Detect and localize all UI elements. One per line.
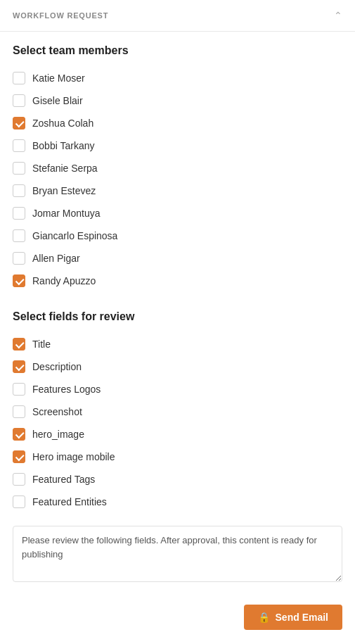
checkbox-giancarlo-espinosa[interactable]: [13, 229, 25, 242]
checkbox-hero-image[interactable]: [13, 428, 25, 441]
field-label: Features Logos: [32, 384, 101, 395]
list-item[interactable]: Jomar Montuya: [13, 202, 342, 225]
list-item[interactable]: Zoshua Colah: [13, 112, 342, 134]
list-item[interactable]: Bryan Estevez: [13, 179, 342, 202]
field-label: Hero image mobile: [32, 451, 115, 462]
field-label: Title: [32, 339, 51, 350]
checkbox-stefanie-serpa[interactable]: [13, 162, 25, 175]
list-item[interactable]: Giancarlo Espinosa: [13, 225, 342, 247]
list-item[interactable]: Features Logos: [13, 378, 342, 400]
checkbox-title[interactable]: [13, 338, 25, 351]
list-item[interactable]: Description: [13, 355, 342, 378]
list-item[interactable]: Randy Apuzzo: [13, 270, 342, 292]
checkbox-jomar-montuya[interactable]: [13, 207, 25, 220]
send-email-label: Send Email: [276, 612, 328, 623]
checkbox-zoshua-colah[interactable]: [13, 117, 25, 130]
checkbox-featured-entities[interactable]: [13, 495, 25, 508]
list-item[interactable]: Featured Tags: [13, 468, 342, 491]
checkbox-randy-apuzzo[interactable]: [13, 274, 25, 287]
field-label: Screenshot: [32, 406, 82, 417]
member-label: Zoshua Colah: [32, 118, 93, 129]
list-item[interactable]: Screenshot: [13, 400, 342, 423]
checkbox-description[interactable]: [13, 360, 25, 373]
member-label: Bobbi Tarkany: [32, 140, 94, 151]
checkbox-bobbi-tarkany[interactable]: [13, 139, 25, 152]
checkbox-bryan-estevez[interactable]: [13, 184, 25, 197]
checkbox-screenshot[interactable]: [13, 405, 25, 418]
member-label: Jomar Montuya: [32, 208, 100, 219]
field-label: Description: [32, 361, 82, 372]
send-email-button[interactable]: 🔒 Send Email: [244, 605, 342, 630]
message-textarea[interactable]: Please review the following fields. Afte…: [13, 526, 342, 582]
checkbox-features-logos[interactable]: [13, 383, 25, 396]
checkbox-allen-pigar[interactable]: [13, 252, 25, 265]
team-members-section: Select team members Katie Moser Gisele B…: [0, 32, 355, 298]
list-item[interactable]: Featured Entities: [13, 491, 342, 513]
list-item[interactable]: hero_image: [13, 423, 342, 446]
panel-title: WORKFLOW REQUEST: [13, 11, 108, 20]
list-item[interactable]: Gisele Blair: [13, 89, 342, 112]
list-item[interactable]: Bobbi Tarkany: [13, 134, 342, 157]
chevron-up-icon[interactable]: ⌃: [334, 10, 342, 21]
checkbox-katie-moser[interactable]: [13, 72, 25, 84]
checkbox-gisele-blair[interactable]: [13, 94, 25, 107]
member-label: Bryan Estevez: [32, 185, 96, 196]
message-section: Please review the following fields. Afte…: [0, 519, 355, 598]
field-label: Featured Entities: [32, 496, 107, 507]
checkbox-hero-image-mobile[interactable]: [13, 450, 25, 463]
list-item[interactable]: Stefanie Serpa: [13, 157, 342, 179]
panel-footer: 🔒 Send Email: [0, 598, 355, 644]
member-label: Randy Apuzzo: [32, 275, 96, 286]
list-item[interactable]: Hero image mobile: [13, 446, 342, 468]
member-label: Stefanie Serpa: [32, 163, 98, 174]
workflow-panel: WORKFLOW REQUEST ⌃ Select team members K…: [0, 0, 355, 644]
list-item[interactable]: Allen Pigar: [13, 247, 342, 270]
field-label: hero_image: [32, 429, 84, 440]
panel-header: WORKFLOW REQUEST ⌃: [0, 0, 355, 32]
member-label: Giancarlo Espinosa: [32, 230, 117, 241]
fields-heading: Select fields for review: [13, 310, 342, 323]
lock-icon: 🔒: [258, 612, 270, 623]
member-label: Allen Pigar: [32, 253, 80, 264]
field-label: Featured Tags: [32, 474, 95, 485]
checkbox-featured-tags[interactable]: [13, 473, 25, 486]
fields-section: Select fields for review Title Descripti…: [0, 298, 355, 519]
list-item[interactable]: Katie Moser: [13, 67, 342, 89]
member-label: Katie Moser: [32, 72, 85, 84]
list-item[interactable]: Title: [13, 333, 342, 355]
team-members-heading: Select team members: [13, 44, 342, 57]
member-label: Gisele Blair: [32, 95, 83, 106]
